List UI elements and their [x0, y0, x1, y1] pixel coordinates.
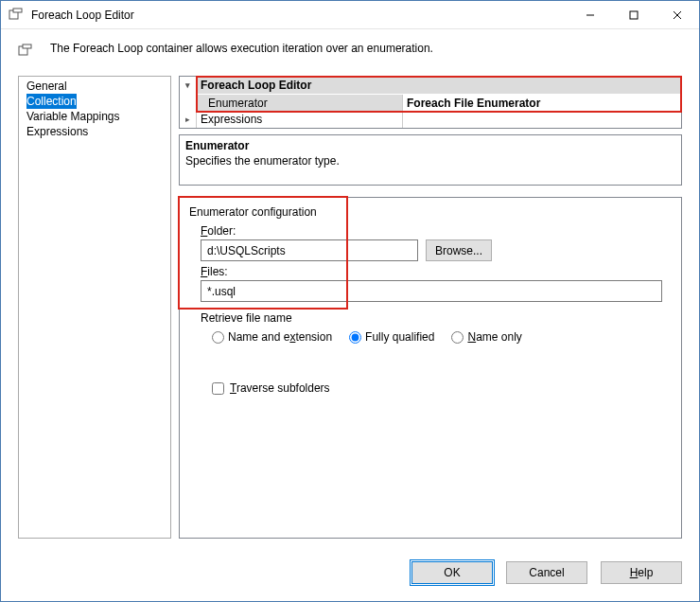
nav-item-expressions[interactable]: Expressions	[19, 124, 170, 139]
files-label: Files:	[201, 265, 672, 278]
nav-item-collection[interactable]: Collection	[26, 94, 77, 109]
retrieve-file-name-label: Retrieve file name	[201, 311, 672, 325]
close-button[interactable]	[656, 1, 699, 28]
help-button[interactable]: Help	[601, 561, 682, 584]
titlebar: Foreach Loop Editor	[1, 1, 699, 29]
radio-name-and-extension[interactable]: Name and extension	[212, 330, 332, 344]
nav-item-variable-mappings[interactable]: Variable Mappings	[19, 109, 170, 124]
folder-input[interactable]	[201, 239, 418, 261]
config-group-label: Enumerator configuration	[189, 205, 672, 219]
nav-panel: General Collection Variable Mappings Exp…	[18, 76, 171, 539]
radio-name-only[interactable]: Name only	[451, 330, 521, 344]
description-text: Specifies the enumerator type.	[185, 154, 675, 168]
maximize-button[interactable]	[612, 1, 656, 28]
expressions-label: Expressions	[197, 111, 403, 128]
minimize-button[interactable]	[569, 1, 612, 28]
header-text: The Foreach Loop container allows execut…	[50, 42, 433, 55]
ok-button[interactable]: OK	[411, 561, 493, 584]
browse-button[interactable]: Browse...	[426, 239, 492, 261]
dialog-button-bar: OK Cancel Help	[1, 548, 699, 601]
window-title: Foreach Loop Editor	[31, 9, 569, 22]
cancel-button[interactable]: Cancel	[506, 561, 587, 584]
category-header: Foreach Loop Editor	[197, 77, 681, 94]
folder-label: Folder:	[201, 224, 672, 238]
svg-rect-3	[630, 11, 638, 19]
nav-item-general[interactable]: General	[19, 79, 170, 94]
traverse-subfolders-checkbox[interactable]	[212, 382, 224, 395]
files-input[interactable]	[201, 280, 662, 302]
header-description-area: The Foreach Loop container allows execut…	[1, 29, 699, 76]
property-grid: ▾ Foreach Loop Editor Enumerator Foreach…	[179, 76, 682, 129]
radio-fully-qualified[interactable]: Fully qualified	[349, 330, 434, 344]
description-box: Enumerator Specifies the enumerator type…	[179, 134, 682, 186]
collapse-icon[interactable]: ▾	[180, 77, 197, 94]
svg-rect-7	[23, 44, 31, 48]
description-title: Enumerator	[185, 139, 675, 152]
enumerator-value[interactable]: Foreach File Enumerator	[403, 95, 681, 111]
svg-rect-1	[13, 9, 22, 12]
traverse-subfolders-label: Traverse subfolders	[230, 381, 330, 395]
expand-icon[interactable]: ▸	[180, 111, 197, 128]
foreach-loop-icon	[9, 8, 24, 23]
expander-blank	[180, 95, 197, 111]
enumerator-label: Enumerator	[197, 95, 403, 111]
expressions-value[interactable]	[403, 111, 681, 128]
foreach-loop-icon	[18, 44, 33, 59]
enumerator-config-panel: Enumerator configuration Folder: Browse.…	[179, 197, 682, 539]
